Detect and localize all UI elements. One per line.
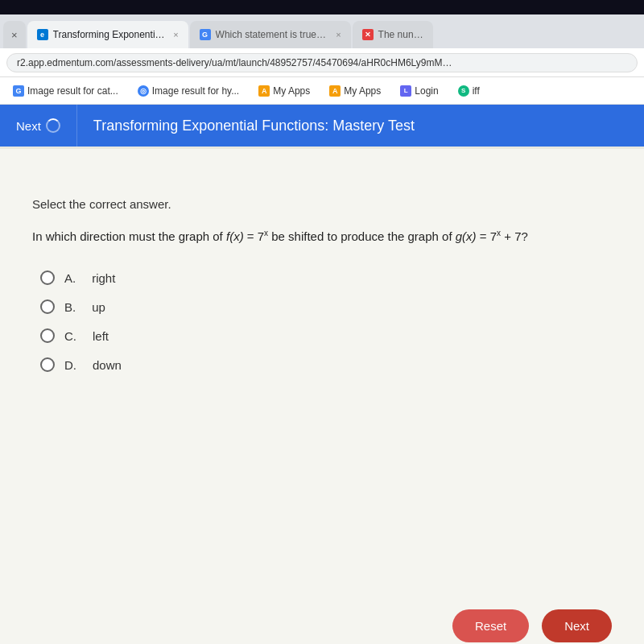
page-content: Next Transforming Exponential Functions:… (0, 105, 644, 644)
tab-which-close[interactable]: × (336, 30, 341, 39)
question-equals: = 7x be shifted to produce the graph of (244, 229, 456, 243)
option-b[interactable]: B. up (40, 299, 612, 314)
radio-a[interactable] (40, 270, 55, 285)
bookmark-image-cat-label: Image result for cat... (27, 85, 118, 97)
option-c-letter: C. (64, 329, 76, 343)
option-c[interactable]: C. left (40, 328, 612, 343)
bookmark-login[interactable]: L Login (394, 83, 444, 99)
tab-bar: × e Transforming Exponential Functi… × G… (0, 14, 644, 48)
tab-transforming-label: Transforming Exponential Functi… (53, 29, 166, 40)
radio-b[interactable] (40, 299, 55, 314)
option-b-value: up (92, 300, 105, 314)
bookmark-login-label: Login (415, 85, 438, 97)
option-d-letter: D. (64, 358, 76, 372)
tab-transforming[interactable]: e Transforming Exponential Functi… × (27, 21, 188, 48)
url-bar[interactable]: r2.app.edmentum.com/assessments-delivery… (6, 53, 638, 72)
myapps1-bk-icon: A (258, 85, 270, 97)
next-button-header[interactable]: Next (0, 105, 77, 147)
x-favicon-icon: ✕ (362, 29, 374, 40)
bookmarks-bar: G Image result for cat... ◎ Image result… (0, 77, 644, 105)
tab-which-label: Which statement is true about th… (216, 29, 328, 40)
next-button[interactable]: Next (542, 609, 612, 642)
myapps2-bk-icon: A (329, 85, 341, 97)
safari-bk-icon: ◎ (138, 85, 149, 97)
instruction-text: Select the correct answer. (32, 197, 612, 211)
question-text: In which direction must the graph of f(x… (32, 227, 612, 246)
reset-button[interactable]: Reset (452, 609, 529, 642)
question-fx: f(x) (226, 229, 244, 243)
tab-transforming-close[interactable]: × (173, 30, 178, 39)
tab-nun[interactable]: ✕ The nun… (353, 21, 433, 48)
bookmark-image-hy[interactable]: ◎ Image result for hy... (131, 83, 246, 99)
option-b-letter: B. (64, 300, 76, 314)
bookmark-image-hy-label: Image result for hy... (152, 85, 240, 97)
bottom-buttons: Reset Next (0, 593, 644, 644)
google-favicon-icon: G (200, 29, 211, 40)
google-bk-icon: G (13, 85, 24, 97)
option-d[interactable]: D. down (40, 357, 612, 372)
option-d-value: down (93, 358, 122, 372)
tab-close-x[interactable]: × (3, 21, 26, 48)
next-button-header-label: Next (16, 119, 41, 133)
bookmark-myapps2[interactable]: A My Apps (323, 83, 387, 99)
spinner-icon (46, 118, 60, 133)
option-a-value: right (92, 271, 115, 285)
close-x-label: × (11, 29, 18, 41)
question-gx-val: = 7x + 7? (477, 229, 528, 243)
option-a[interactable]: A. right (40, 270, 612, 285)
bookmark-image-cat[interactable]: G Image result for cat... (6, 83, 125, 99)
login-bk-icon: L (400, 85, 411, 97)
top-spacer (0, 149, 644, 173)
bookmark-myapps1-label: My Apps (273, 85, 310, 97)
mastery-test-title: Transforming Exponential Functions: Mast… (77, 118, 415, 134)
question-gx: g(x) (456, 229, 477, 243)
radio-c[interactable] (40, 328, 55, 343)
bookmark-iff-label: iff (473, 85, 480, 97)
options-list: A. right B. up C. left D. down (40, 270, 612, 372)
question-area: Select the correct answer. In which dire… (0, 173, 644, 593)
dark-top-strip (0, 0, 644, 14)
bookmark-iff[interactable]: S iff (452, 83, 486, 99)
app-header: Next Transforming Exponential Functions:… (0, 105, 644, 147)
edge-favicon-icon: e (37, 29, 48, 40)
iff-bk-icon: S (458, 85, 469, 97)
address-bar: r2.app.edmentum.com/assessments-delivery… (0, 48, 644, 77)
bookmark-myapps2-label: My Apps (344, 85, 381, 97)
radio-d[interactable] (40, 357, 55, 372)
option-c-value: left (93, 329, 109, 343)
question-text-part1: In which direction must the graph of (32, 229, 226, 243)
tab-nun-label: The nun… (378, 29, 423, 40)
tab-which[interactable]: G Which statement is true about th… × (190, 21, 351, 48)
option-a-letter: A. (64, 271, 76, 285)
bookmark-myapps1[interactable]: A My Apps (252, 83, 316, 99)
browser-window: × e Transforming Exponential Functi… × G… (0, 14, 644, 644)
